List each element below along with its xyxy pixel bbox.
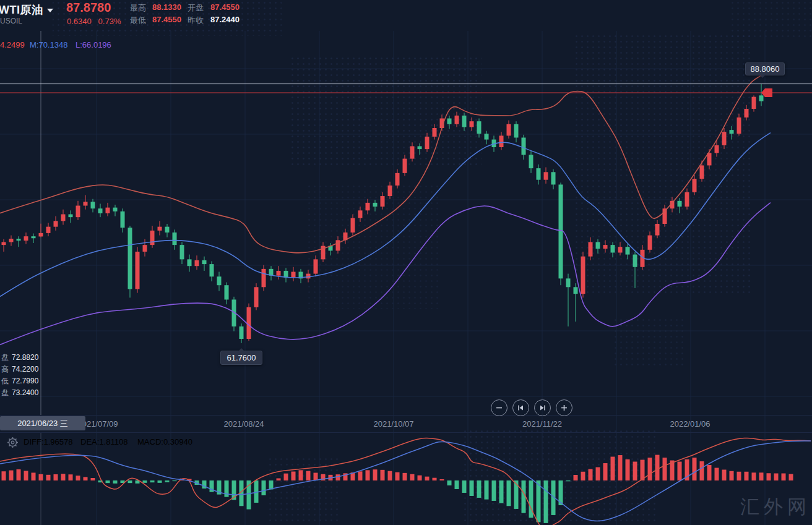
crosshair-open-row: 盘72.8820 bbox=[1, 352, 38, 363]
boll-mid-label: M:70.1348 bbox=[30, 40, 67, 49]
symbol-name: WTI原油 bbox=[0, 4, 43, 16]
macd-settings-button[interactable] bbox=[7, 437, 19, 451]
crosshair-low-row: 低72.7990 bbox=[1, 376, 38, 386]
skip-forward-button[interactable] bbox=[534, 399, 551, 416]
zoom-in-button[interactable] bbox=[556, 399, 572, 416]
high-price-tooltip: 88.8060 bbox=[745, 62, 785, 75]
boll-upper-label: 4.2499 bbox=[0, 40, 25, 49]
stat-prevclose-label: 昨收 bbox=[188, 15, 204, 26]
skip-forward-icon bbox=[538, 404, 546, 412]
macd-value-label: MACD:0.30940 bbox=[137, 437, 192, 446]
zoom-out-button[interactable] bbox=[491, 399, 508, 416]
symbol-selector[interactable]: WTI原油 bbox=[0, 2, 53, 17]
trading-chart-app: WTI原油 USOIL 87.8780 0.6340 0.73% 最高 88.1… bbox=[0, 0, 812, 525]
x-axis-label: 2021/08/24 bbox=[210, 419, 278, 429]
x-axis-label: 2022/01/06 bbox=[656, 419, 724, 429]
skip-back-button[interactable] bbox=[512, 399, 529, 416]
stat-prevclose-value: 87.2440 bbox=[210, 15, 240, 24]
price-change: 0.6340 0.73% bbox=[67, 17, 121, 26]
axis-divider-top bbox=[0, 415, 812, 416]
stat-high-label: 最高 bbox=[130, 2, 146, 14]
symbol-code: USOIL bbox=[0, 17, 22, 25]
stat-low-label: 最低 bbox=[130, 15, 146, 26]
skip-back-icon bbox=[517, 404, 525, 412]
crosshair-date-tooltip: 2021/06/23 三 bbox=[0, 416, 85, 430]
stat-open-value: 87.4550 bbox=[210, 2, 240, 12]
tooltip-pointer bbox=[759, 75, 766, 78]
minus-icon bbox=[495, 404, 503, 412]
tooltip-pointer bbox=[238, 348, 244, 351]
stat-low-value: 87.4550 bbox=[152, 15, 181, 24]
stat-open-label: 开盘 bbox=[188, 2, 204, 14]
chevron-down-icon bbox=[47, 9, 53, 12]
plus-icon bbox=[560, 404, 568, 412]
x-axis-label: 2021/11/22 bbox=[508, 419, 576, 429]
stat-high-value: 88.1330 bbox=[152, 2, 181, 12]
axis-divider-bottom bbox=[0, 432, 812, 433]
crosshair-high-row: 高74.2200 bbox=[1, 364, 38, 375]
x-axis-label: 2021/10/07 bbox=[360, 419, 428, 429]
last-price: 87.8780 bbox=[66, 1, 111, 15]
site-watermark: 汇外网 bbox=[740, 494, 811, 520]
low-price-tooltip: 61.7600 bbox=[220, 351, 262, 365]
boll-lower-label: L:66.0196 bbox=[76, 40, 111, 49]
macd-dea-label: DEA:1.81108 bbox=[80, 437, 127, 446]
gear-icon bbox=[7, 437, 19, 448]
crosshair-close-row: 盘73.2400 bbox=[1, 388, 38, 398]
macd-diff-label: DIFF:1.96578 bbox=[24, 437, 73, 446]
